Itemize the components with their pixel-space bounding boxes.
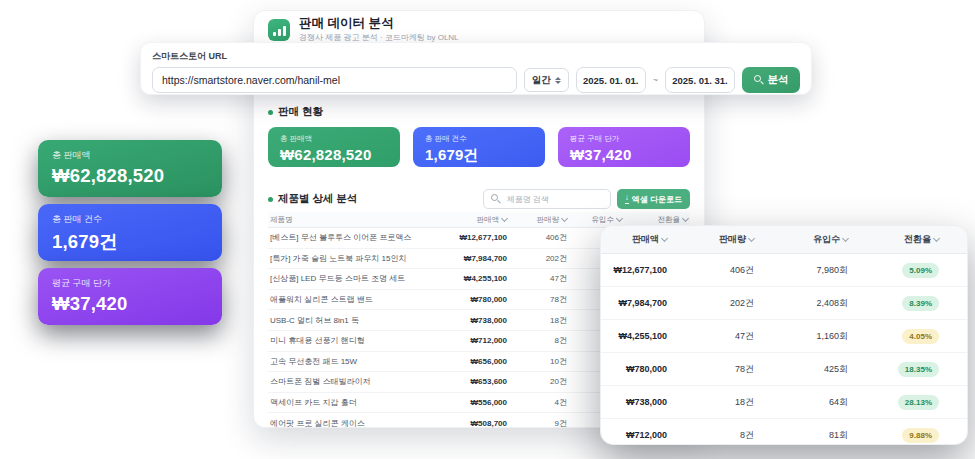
- product-name: [특가] 가죽 슬림 노트북 파우치 15인치: [270, 253, 437, 264]
- sales-amount: ₩12,677,100: [437, 233, 507, 242]
- conversion-badge: 4.05%: [902, 329, 939, 344]
- excel-button-label: 엑셀 다운로드: [632, 194, 682, 205]
- product-name: 에어팟 프로 실리콘 케이스: [270, 418, 437, 429]
- chip-total-sales: 총 판매액 ₩62,828,520: [268, 127, 400, 167]
- bar-chart-icon: [268, 19, 290, 41]
- inflow-count: 2,408회: [754, 297, 848, 310]
- sales-count: 47건: [667, 330, 754, 343]
- sales-amount: ₩7,984,700: [601, 298, 667, 308]
- sales-overview-title: 판매 현황: [268, 105, 690, 119]
- date-to-input[interactable]: 2025. 01. 31.: [665, 67, 735, 93]
- url-row: 일간 2025. 01. 01. ~ 2025. 01. 31. 분석: [152, 67, 800, 93]
- stat-label: 총 판매액: [52, 149, 208, 162]
- product-name: 맥세이프 카드 지갑 홀더: [270, 397, 437, 408]
- period-select-value: 일간: [532, 74, 551, 87]
- sort-conversion[interactable]: 전환율: [848, 233, 939, 246]
- chip-value: ₩37,420: [570, 146, 678, 163]
- search-input[interactable]: [505, 194, 603, 205]
- chevron-down-icon: [933, 235, 940, 242]
- conversion-badge: 9.88%: [902, 428, 939, 443]
- analyze-button[interactable]: 분석: [742, 67, 800, 93]
- sales-count: 406건: [507, 232, 567, 243]
- sales-amount: ₩780,000: [601, 364, 667, 374]
- stat-value: ₩37,420: [52, 293, 208, 315]
- table-row: ₩12,677,100 406건 7,980회 5.09%: [601, 254, 967, 287]
- url-label: 스마트스토어 URL: [152, 50, 800, 63]
- conversion-badge: 5.09%: [902, 263, 939, 278]
- url-bar-card: 스마트스토어 URL 일간 2025. 01. 01. ~ 2025. 01. …: [140, 42, 812, 95]
- excel-download-button[interactable]: ↓ 엑셀 다운로드: [617, 189, 690, 209]
- sales-count: 406건: [667, 264, 754, 277]
- date-from-input[interactable]: 2025. 01. 01.: [576, 67, 646, 93]
- sales-count: 47건: [507, 273, 567, 284]
- sales-amount: ₩653,600: [437, 377, 507, 386]
- product-analysis-header: 제품별 상세 분석 ↓ 엑셀 다운로드: [268, 189, 690, 209]
- sales-count: 202건: [507, 253, 567, 264]
- conversion-cell: 8.39%: [848, 296, 939, 311]
- product-search[interactable]: [483, 189, 611, 209]
- sort-inflow[interactable]: 유입수: [754, 233, 848, 246]
- sort-quantity[interactable]: 판매량: [507, 215, 567, 225]
- search-icon: [754, 75, 764, 85]
- sales-amount: ₩12,677,100: [601, 265, 667, 275]
- stat-card-total-orders: 총 판매 건수 1,679건: [38, 204, 222, 261]
- sort-quantity[interactable]: 판매량: [667, 233, 754, 246]
- product-name: 미니 휴대용 선풍기 핸디형: [270, 335, 437, 346]
- search-icon: [491, 194, 501, 204]
- product-name: [신상품] LED 무드등 스마트 조명 세트: [270, 273, 437, 284]
- stat-value: 1,679건: [52, 229, 208, 254]
- inflow-count: 7,980회: [754, 264, 848, 277]
- product-name: USB-C 멀티 허브 8in1 독: [270, 315, 437, 326]
- chip-value: ₩62,828,520: [280, 146, 388, 163]
- sales-amount: ₩738,000: [601, 397, 667, 407]
- store-url-input[interactable]: [152, 67, 517, 93]
- sales-amount: ₩508,700: [437, 419, 507, 428]
- product-name: 스마트폰 짐벌 스태빌라이저: [270, 376, 437, 387]
- table-row: ₩780,000 78건 425회 18.35%: [601, 353, 967, 386]
- product-name: 애플워치 실리콘 스트랩 밴드: [270, 294, 437, 305]
- sales-count: 20건: [507, 376, 567, 387]
- table-row: ₩738,000 18건 64회 28.13%: [601, 386, 967, 419]
- sales-count: 18건: [667, 396, 754, 409]
- table-row: ₩7,984,700 202건 2,408회 8.39%: [601, 287, 967, 320]
- sales-amount: ₩712,000: [437, 336, 507, 345]
- chip-value: 1,679건: [425, 146, 533, 165]
- overlay-table-header: 판매액 판매량 유입수 전환율: [601, 226, 967, 254]
- green-dot-icon: [268, 110, 273, 115]
- chip-label: 총 판매액: [280, 134, 388, 144]
- sort-inflow[interactable]: 유입수: [567, 215, 622, 225]
- inflow-count: 1,160회: [754, 330, 848, 343]
- detail-table-overlay: 판매액 판매량 유입수 전환율 ₩12,677,100 406건 7,980회 …: [600, 225, 968, 445]
- table-row: ₩712,000 8건 81회 9.88%: [601, 419, 967, 445]
- chip-total-orders: 총 판매 건수 1,679건: [413, 127, 545, 167]
- sales-count: 202건: [667, 297, 754, 310]
- inflow-count: 81회: [754, 429, 848, 442]
- sales-amount: ₩7,984,700: [437, 254, 507, 263]
- conversion-cell: 18.35%: [848, 362, 939, 377]
- sales-amount: ₩712,000: [601, 430, 667, 440]
- chip-label: 평균 구매 단가: [570, 134, 678, 144]
- page-title: 판매 데이터 분석: [299, 16, 459, 31]
- dashboard-canvas: 판매 데이터 분석 경쟁사 제품 광고 분석 · 코드마케팅 by OLNL 판…: [0, 0, 975, 459]
- stat-label: 총 판매 건수: [52, 213, 208, 226]
- sales-count: 18건: [507, 315, 567, 326]
- app-heading: 판매 데이터 분석 경쟁사 제품 광고 분석 · 코드마케팅 by OLNL: [299, 16, 459, 43]
- period-select[interactable]: 일간: [524, 68, 569, 92]
- stat-label: 평균 구매 단가: [52, 277, 208, 290]
- sales-count: 78건: [507, 294, 567, 305]
- sort-sales[interactable]: 판매액: [437, 215, 507, 225]
- date-range-separator: ~: [653, 75, 658, 85]
- conversion-badge: 28.13%: [898, 395, 939, 410]
- green-dot-icon: [268, 197, 273, 202]
- chevron-down-icon: [682, 214, 689, 221]
- section-title-text: 제품별 상세 분석: [278, 192, 357, 206]
- sort-sales[interactable]: 판매액: [601, 233, 667, 246]
- sort-conversion[interactable]: 전환율: [622, 215, 688, 225]
- table-row: ₩4,255,100 47건 1,160회 4.05%: [601, 320, 967, 353]
- table-tools: ↓ 엑셀 다운로드: [483, 189, 690, 209]
- conversion-cell: 5.09%: [848, 263, 939, 278]
- sales-amount: ₩4,255,100: [437, 274, 507, 283]
- sales-amount: ₩780,000: [437, 295, 507, 304]
- sales-count: 10건: [507, 356, 567, 367]
- analyze-button-label: 분석: [768, 73, 789, 87]
